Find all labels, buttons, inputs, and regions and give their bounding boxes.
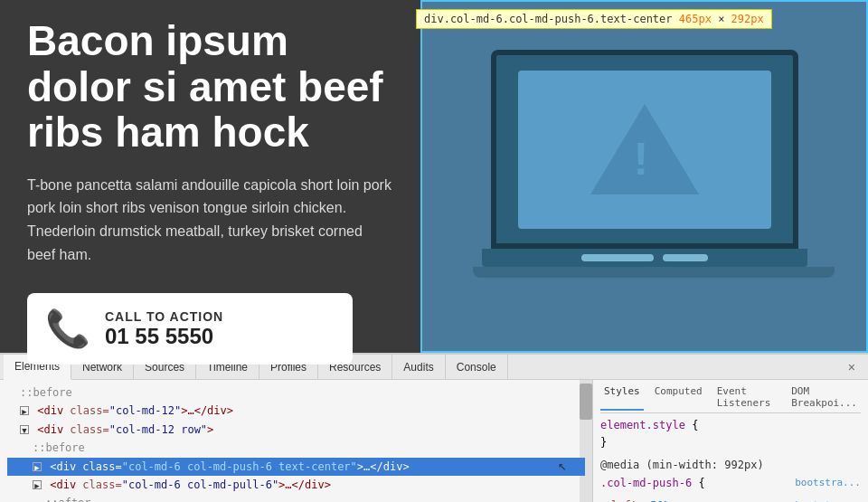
laptop-bottom [473,267,835,278]
devtools-panel: Elements Network Sources Timeline Profil… [0,353,868,502]
styles-tab-computed[interactable]: Computed [651,384,706,411]
warning-triangle: ! [590,104,699,194]
scroll-thumb[interactable] [580,384,592,420]
expand-icon: ▶ [20,406,29,415]
dom-line[interactable]: ▶ <div class="col-md-12">…</div> [7,402,585,420]
style-rule-element: element.style { } [600,417,861,451]
laptop-button-main [581,254,654,261]
dom-line[interactable]: ▼ <div class="col-md-12 row"> [7,421,585,439]
expand-icon: ▶ [33,480,42,489]
dom-line-selected[interactable]: ▶ <div class="col-md-6 col-md-push-6 tex… [7,458,585,476]
dom-line[interactable]: ▶ <div class="col-md-6 col-md-pull-6">…<… [7,476,585,494]
devtools-body: ::before ▶ <div class="col-md-12">…</div… [0,380,868,502]
mouse-cursor-icon: ↖ [558,453,567,478]
main-content-area: Bacon ipsum dolor si amet beef ribs ham … [0,0,868,353]
style-rule-media1: @media (min-width: 992px) .col-md-push-6… [600,457,861,491]
laptop-button-small [663,254,708,261]
tab-audits[interactable]: Audits [392,355,445,380]
screen-inner: ! [518,71,771,229]
dom-line: ::after [7,494,585,502]
style-source2[interactable]: bootstra... [795,497,861,502]
tooltip-selector: div.col-md-6.col-md-push-6.text-center [424,13,673,25]
devtools-close[interactable]: × [839,355,864,380]
right-panel: div.col-md-6.col-md-push-6.text-center 4… [420,0,868,353]
styles-tab-event-listeners[interactable]: Event Listeners [713,384,780,411]
laptop-base [482,249,807,267]
cta-number: 01 55 5550 [105,324,223,349]
expand-icon-selected: ▶ [33,462,42,471]
tooltip-cross: × [718,13,724,25]
style-selector: element.style { [600,417,861,434]
styles-tab-dom-breakpoints[interactable]: DOM Breakpoi... [788,384,861,411]
warning-symbol: ! [590,104,699,194]
laptop-screen: ! [491,50,798,249]
left-panel: Bacon ipsum dolor si amet beef ribs ham … [0,0,420,353]
cta-text-block: CALL TO ACTION 01 55 5550 [105,309,223,349]
warning-exclaim: ! [634,133,649,185]
dom-tree: ::before ▶ <div class="col-md-12">…</div… [0,380,592,502]
laptop-illustration: ! [473,50,816,303]
phone-icon: 📞 [45,308,90,350]
expand-icon: ▼ [20,425,29,434]
cta-label: CALL TO ACTION [105,309,223,324]
style-rule-push6: bootstra... left: 50%; } [600,497,861,502]
body-text: T-bone pancetta salami andouille capicol… [27,174,393,266]
main-title: Bacon ipsum dolor si amet beef ribs ham … [27,18,393,156]
styles-panel: Styles Computed Event Listeners DOM Brea… [592,380,868,502]
tab-console[interactable]: Console [446,355,508,380]
styles-tab-styles[interactable]: Styles [600,384,644,411]
styles-tabs: Styles Computed Event Listeners DOM Brea… [600,384,861,413]
scrollbar[interactable] [580,380,592,502]
dom-line: ::before [7,384,585,402]
style-source[interactable]: bootstra... [795,475,861,491]
dom-line: ::before [7,439,585,457]
element-tooltip: div.col-md-6.col-md-push-6.text-center 4… [416,9,772,29]
tooltip-height: 292px [731,13,764,25]
tooltip-width: 465px [679,13,712,25]
cta-box[interactable]: 📞 CALL TO ACTION 01 55 5550 [27,293,353,365]
